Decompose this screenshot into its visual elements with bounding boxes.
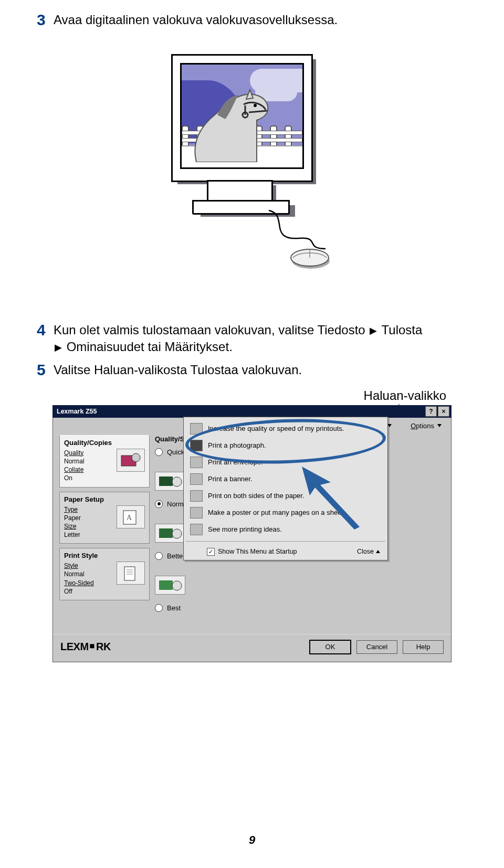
radio-icon bbox=[155, 448, 163, 456]
popup-separator bbox=[186, 541, 385, 542]
popup-item-envelope[interactable]: Print an envelope. bbox=[186, 454, 385, 471]
tab-quality-copies[interactable]: Quality/Copies Quality Normal Collate On bbox=[59, 435, 150, 488]
svg-point-18 bbox=[172, 581, 182, 590]
step-4-text-b: Tulosta bbox=[382, 323, 423, 337]
popup-item-more-ideas[interactable]: See more printing ideas. bbox=[186, 521, 385, 538]
popup-show-at-startup[interactable]: Show This Menu at Startup bbox=[191, 548, 297, 556]
help-titlebar-button[interactable]: ? bbox=[425, 406, 437, 417]
radio-icon bbox=[155, 552, 163, 560]
twosided-field-label: Two-Sided bbox=[64, 579, 94, 587]
paper-type-label: Type bbox=[64, 505, 81, 514]
popup-item-quality[interactable]: Increase the quality or speed of my prin… bbox=[186, 420, 385, 437]
style-thumb-icon bbox=[117, 562, 145, 585]
step-4: 4 Kun olet valmis tulostamaan valokuvan,… bbox=[37, 320, 467, 356]
cancel-button[interactable]: Cancel bbox=[356, 640, 397, 654]
popup-item-label: Print an envelope. bbox=[208, 458, 263, 466]
popup-item-label: See more printing ideas. bbox=[208, 525, 282, 533]
page-number: 9 bbox=[0, 833, 504, 847]
style-field-value: Normal bbox=[64, 570, 94, 578]
quality-thumb-icon bbox=[117, 449, 145, 472]
radio-better-label: Better bbox=[167, 552, 185, 560]
chevron-down-icon bbox=[387, 424, 392, 427]
radio-better[interactable]: Better bbox=[155, 552, 185, 560]
popup-item-poster[interactable]: Make a poster or put many pages on a she… bbox=[186, 504, 385, 521]
popup-close-button[interactable]: Close bbox=[357, 548, 380, 555]
popup-icon bbox=[190, 524, 203, 535]
step-3: 3 Avaa digitaalinen valokuva valokuvasov… bbox=[37, 9, 467, 31]
callout-label: Haluan-valikko bbox=[37, 388, 467, 403]
svg-rect-13 bbox=[159, 477, 173, 486]
popup-item-label: Make a poster or put many pages on a she… bbox=[208, 509, 345, 516]
popup-item-both-sides[interactable]: Print on both sides of the paper. bbox=[186, 488, 385, 504]
collate-field-value: On bbox=[64, 474, 85, 482]
popup-item-label: Print on both sides of the paper. bbox=[208, 492, 304, 500]
step-4-number: 4 bbox=[37, 320, 48, 341]
svg-rect-17 bbox=[159, 580, 173, 590]
step-5-text: Valitse Haluan-valikosta Tulostaa valoku… bbox=[54, 359, 302, 378]
step-4-text-c: Ominaisuudet tai Määritykset. bbox=[67, 340, 233, 354]
horse-image-icon bbox=[186, 83, 280, 162]
svg-text:A: A bbox=[127, 514, 132, 522]
quality-field-label: Quality bbox=[64, 449, 85, 457]
radio-icon bbox=[155, 604, 163, 612]
speed-thumb-3-icon bbox=[155, 576, 185, 595]
popup-item-banner[interactable]: Print a banner. bbox=[186, 471, 385, 488]
speed-thumb-1-icon bbox=[155, 472, 185, 491]
svg-point-16 bbox=[172, 529, 182, 538]
paper-type-value: Paper bbox=[64, 514, 81, 522]
triangle-right-icon: ▶ bbox=[55, 341, 62, 354]
svg-point-6 bbox=[132, 453, 140, 462]
svg-rect-15 bbox=[159, 528, 173, 538]
popup-item-label: Print a photograph. bbox=[208, 441, 266, 449]
ok-button[interactable]: OK bbox=[309, 640, 351, 654]
tab-paper-title: Paper Setup bbox=[64, 495, 145, 503]
monitor-icon bbox=[171, 54, 313, 182]
step-4-text: Kun olet valmis tulostamaan valokuvan, v… bbox=[54, 320, 422, 356]
dialog-titlebar[interactable]: Lexmark Z55 ? × bbox=[52, 405, 452, 418]
help-button[interactable]: Help bbox=[403, 640, 444, 654]
triangle-right-icon: ▶ bbox=[370, 324, 377, 337]
collate-field-label: Collate bbox=[64, 465, 85, 474]
step-5: 5 Valitse Haluan-valikosta Tulostaa valo… bbox=[37, 359, 467, 381]
paper-size-label: Size bbox=[64, 522, 81, 531]
twosided-field-value: Off bbox=[64, 587, 94, 596]
print-dialog: Lexmark Z55 ? × SSave Settingsave Settin… bbox=[52, 405, 452, 662]
popup-icon bbox=[190, 507, 203, 518]
lexmark-logo: LEXM◆RK bbox=[60, 641, 111, 653]
paper-size-value: Letter bbox=[64, 531, 81, 539]
tab-paper-setup[interactable]: Paper Setup Type Paper Size Letter A bbox=[59, 492, 150, 544]
quality-field-value: Normal bbox=[64, 457, 85, 465]
mouse-cord-icon bbox=[268, 209, 331, 251]
popup-item-label: Print a banner. bbox=[208, 475, 253, 483]
paper-thumb-icon: A bbox=[117, 505, 145, 528]
svg-point-0 bbox=[254, 104, 257, 107]
style-field-label: Style bbox=[64, 562, 94, 570]
dialog-title: Lexmark Z55 bbox=[57, 408, 97, 415]
menu-options[interactable]: Options bbox=[411, 422, 442, 430]
popup-icon bbox=[190, 490, 203, 502]
i-want-to-popup: Increase the quality or speed of my prin… bbox=[183, 417, 388, 560]
svg-rect-9 bbox=[124, 567, 135, 580]
tab-print-style[interactable]: Print Style Style Normal Two-Sided Off bbox=[59, 548, 150, 600]
popup-icon bbox=[190, 423, 203, 435]
close-titlebar-button[interactable]: × bbox=[438, 406, 449, 417]
svg-point-14 bbox=[172, 477, 182, 486]
chevron-up-icon bbox=[376, 550, 380, 553]
popup-item-photograph[interactable]: Print a photograph. bbox=[186, 437, 385, 454]
step-5-number: 5 bbox=[37, 359, 48, 381]
multiple-copies-column: Multiple Collate Copies: Print Color Ima… bbox=[265, 435, 349, 628]
popup-icon bbox=[190, 440, 203, 451]
mouse-icon bbox=[289, 246, 331, 269]
step-4-text-a: Kun olet valmis tulostamaan valokuvan, v… bbox=[54, 323, 365, 337]
popup-item-label: Increase the quality or speed of my prin… bbox=[208, 425, 344, 432]
popup-icon bbox=[190, 457, 203, 468]
dialog-footer: LEXM◆RK OK Cancel Help bbox=[53, 634, 451, 662]
chevron-down-icon bbox=[437, 424, 442, 427]
left-tab-column: Quality/Copies Quality Normal Collate On bbox=[59, 435, 150, 628]
tab-style-title: Print Style bbox=[64, 552, 145, 559]
radio-icon bbox=[155, 500, 163, 508]
popup-show-label: Show This Menu at Startup bbox=[218, 548, 297, 555]
radio-best-label: Best bbox=[167, 604, 181, 612]
radio-best[interactable]: Best bbox=[155, 604, 181, 612]
step-3-number: 3 bbox=[37, 9, 48, 31]
